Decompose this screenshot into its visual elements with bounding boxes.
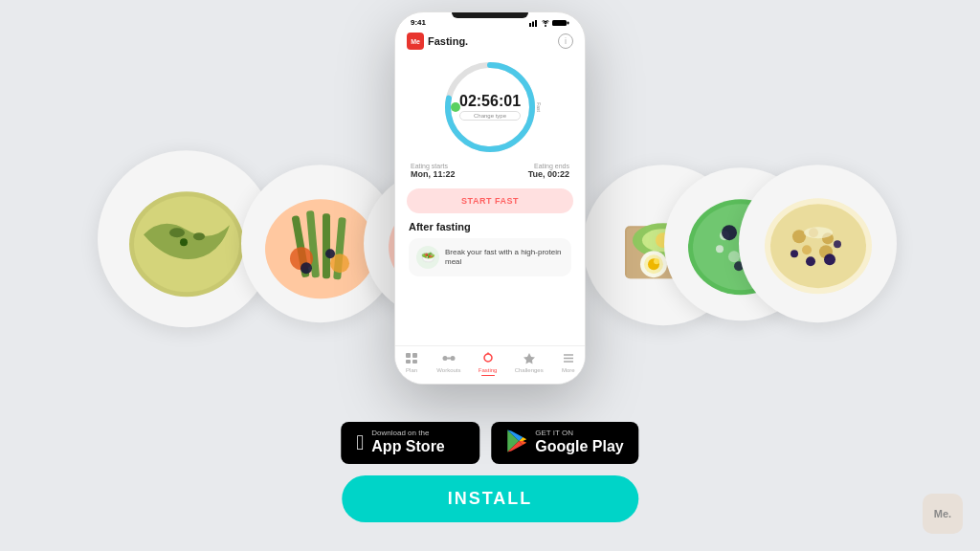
fasting-card-icon: 🥗 bbox=[416, 246, 439, 269]
install-button[interactable]: INSTALL bbox=[342, 475, 638, 522]
eating-starts: Eating starts Mon, 11:22 bbox=[411, 163, 456, 179]
svg-rect-57 bbox=[535, 20, 537, 27]
nav-challenges-label: Challenges bbox=[515, 367, 544, 373]
challenges-icon bbox=[522, 352, 537, 365]
bottom-section:  Download on the App Store GET IT ON Go… bbox=[341, 422, 638, 522]
apple-icon:  bbox=[356, 432, 364, 453]
svg-point-42 bbox=[716, 245, 724, 253]
svg-point-38 bbox=[728, 251, 740, 262]
nav-fasting-label: Fasting bbox=[479, 367, 498, 373]
nav-active-indicator bbox=[481, 375, 495, 377]
svg-rect-60 bbox=[568, 21, 569, 24]
svg-point-68 bbox=[442, 356, 447, 361]
app-store-button[interactable]:  Download on the App Store bbox=[341, 422, 479, 464]
svg-point-53 bbox=[834, 240, 841, 248]
change-type-button[interactable]: Change type bbox=[459, 111, 521, 121]
svg-point-58 bbox=[545, 25, 546, 27]
more-icon bbox=[561, 352, 576, 365]
timer-ring: 02:56:01 Change type Fast bbox=[442, 59, 538, 155]
app-logo: Me Fasting. bbox=[407, 33, 468, 50]
fasting-card-text: Break your fast with a high-protein meal bbox=[445, 248, 564, 268]
nav-more[interactable]: More bbox=[561, 352, 576, 377]
svg-rect-55 bbox=[529, 23, 531, 27]
svg-point-12 bbox=[301, 262, 312, 274]
svg-point-39 bbox=[722, 225, 737, 240]
svg-marker-73 bbox=[523, 353, 535, 364]
status-time: 9:41 bbox=[411, 18, 426, 27]
app-logo-icon: Me bbox=[407, 33, 424, 50]
nav-workouts[interactable]: Workouts bbox=[436, 352, 460, 377]
svg-rect-8 bbox=[323, 213, 330, 278]
svg-rect-66 bbox=[406, 360, 411, 364]
fasting-card: 🥗 Break your fast with a high-protein me… bbox=[409, 238, 571, 276]
nav-more-label: More bbox=[562, 367, 575, 373]
phone-notch bbox=[452, 12, 528, 18]
app-header: Me Fasting. i bbox=[395, 29, 585, 55]
svg-rect-56 bbox=[532, 21, 534, 27]
svg-point-54 bbox=[804, 227, 833, 238]
app-store-sub-label: Download on the bbox=[371, 430, 444, 437]
nav-challenges[interactable]: Challenges bbox=[515, 352, 544, 377]
svg-point-71 bbox=[484, 354, 492, 362]
timer-text: 02:56:01 Change type bbox=[459, 94, 521, 121]
bottom-navigation: Plan Workouts Fasting Challenges More bbox=[395, 345, 585, 385]
app-name: Fasting. bbox=[428, 35, 468, 47]
svg-point-69 bbox=[450, 356, 455, 361]
fasting-icon bbox=[480, 352, 496, 365]
app-store-main-label: App Store bbox=[371, 437, 444, 455]
phone-main-content: 02:56:01 Change type Fast Eating starts … bbox=[395, 59, 585, 276]
phone-mockup: 9:41 Me Fasting. i 02:56: bbox=[394, 11, 586, 385]
nav-plan-label: Plan bbox=[406, 367, 417, 373]
nav-plan[interactable]: Plan bbox=[404, 352, 419, 377]
google-play-main-label: Google Play bbox=[535, 437, 623, 455]
svg-point-13 bbox=[325, 249, 335, 258]
fast-label: Fast bbox=[536, 102, 542, 112]
svg-point-3 bbox=[193, 232, 205, 240]
svg-rect-64 bbox=[406, 353, 411, 358]
google-play-icon bbox=[506, 430, 527, 456]
svg-point-4 bbox=[180, 238, 188, 246]
start-fast-button[interactable]: START FAST bbox=[407, 188, 573, 213]
app-store-text: Download on the App Store bbox=[371, 430, 444, 455]
svg-point-44 bbox=[770, 204, 866, 288]
eating-ends-label: Eating ends bbox=[528, 163, 569, 169]
svg-rect-70 bbox=[447, 358, 451, 360]
svg-point-45 bbox=[792, 230, 806, 243]
store-buttons:  Download on the App Store GET IT ON Go… bbox=[341, 422, 638, 464]
workouts-icon bbox=[441, 352, 457, 365]
svg-rect-59 bbox=[552, 20, 567, 26]
eating-ends-value: Tue, 00:22 bbox=[528, 169, 569, 179]
eating-times: Eating starts Mon, 11:22 Eating ends Tue… bbox=[407, 163, 573, 179]
svg-rect-65 bbox=[412, 353, 417, 358]
plan-icon bbox=[404, 352, 419, 365]
svg-point-52 bbox=[824, 253, 835, 265]
svg-point-2 bbox=[169, 228, 185, 237]
nav-fasting[interactable]: Fasting bbox=[479, 352, 498, 377]
svg-rect-67 bbox=[412, 360, 417, 364]
svg-point-51 bbox=[806, 256, 815, 266]
eating-starts-label: Eating starts bbox=[411, 163, 456, 169]
timer-section: 02:56:01 Change type Fast bbox=[407, 59, 573, 155]
after-fasting-section: After fasting 🥗 Break your fast with a h… bbox=[407, 221, 573, 276]
svg-point-5 bbox=[265, 199, 376, 298]
timer-display: 02:56:01 bbox=[459, 94, 521, 109]
svg-point-50 bbox=[791, 250, 798, 257]
me-badge: Me. bbox=[923, 494, 963, 534]
info-icon[interactable]: i bbox=[558, 33, 573, 49]
nav-workouts-label: Workouts bbox=[436, 367, 460, 373]
eating-ends: Eating ends Tue, 00:22 bbox=[528, 163, 569, 179]
svg-point-48 bbox=[802, 245, 812, 254]
plate-granola bbox=[739, 165, 897, 322]
google-play-button[interactable]: GET IT ON Google Play bbox=[491, 422, 638, 464]
svg-point-33 bbox=[654, 258, 659, 264]
after-fasting-title: After fasting bbox=[409, 221, 571, 232]
eating-starts-value: Mon, 11:22 bbox=[411, 169, 456, 179]
status-icons bbox=[529, 19, 569, 27]
google-play-text: GET IT ON Google Play bbox=[535, 430, 623, 455]
google-play-sub-label: GET IT ON bbox=[535, 430, 623, 437]
